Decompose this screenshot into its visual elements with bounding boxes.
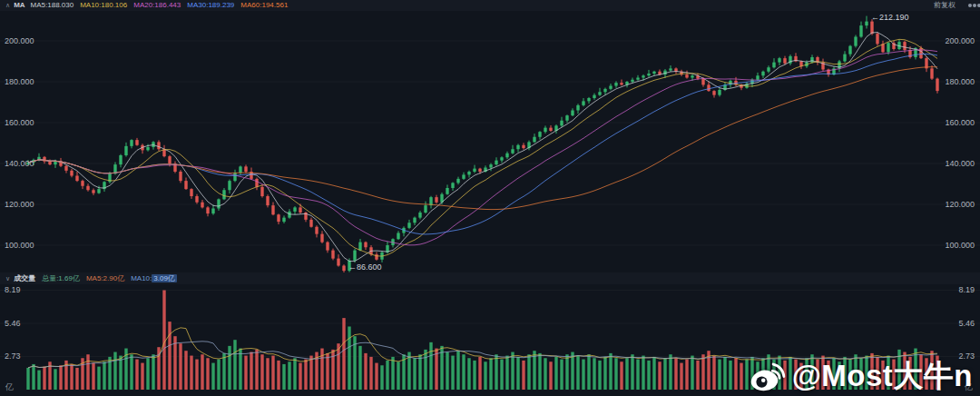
stock-chart-app: ←212.190←86.600 ∧ MA MA5:188.030MA10:180… bbox=[0, 0, 980, 396]
volume-ma10-value: 3.09亿 bbox=[152, 274, 177, 282]
volume-tick-label: 8.19 bbox=[5, 285, 21, 294]
watermark: @Most大牛n bbox=[750, 356, 973, 396]
ma-legend-item: MA10:180.106 bbox=[80, 1, 127, 9]
chart-toolbar: 前复权 bbox=[934, 0, 975, 11]
price-tick-label: 100.000 bbox=[5, 241, 34, 250]
price-tick-label: 160.000 bbox=[945, 118, 975, 127]
ma-indicator-label: MA bbox=[14, 0, 24, 11]
volume-tick-label: 5.46 bbox=[958, 319, 975, 328]
high-annotation: ←212.190 bbox=[871, 13, 909, 22]
collapse-indicator-icon[interactable]: ∧ bbox=[5, 0, 10, 11]
watermark-handle: @Most大牛n bbox=[792, 356, 973, 396]
ma-legend-item: MA20:186.443 bbox=[133, 1, 181, 9]
ma-legend-item: MA5:188.030 bbox=[31, 1, 74, 9]
price-tick-label: 200.000 bbox=[5, 36, 34, 45]
price-tick-label: 180.000 bbox=[945, 77, 975, 86]
price-tick-label: 120.000 bbox=[5, 200, 34, 209]
collapse-volume-icon[interactable]: ∨ bbox=[5, 272, 10, 284]
volume-tick-label: 8.19 bbox=[958, 285, 975, 294]
volume-unit-left: 亿 bbox=[5, 381, 14, 393]
ma-legend: MA5:188.030MA10:180.106MA20:186.443MA30:… bbox=[31, 0, 295, 11]
volume-indicator-label: 成交量 bbox=[14, 272, 35, 284]
price-tick-label: 100.000 bbox=[945, 241, 975, 250]
price-pane-header: ∧ MA MA5:188.030MA10:180.106MA20:186.443… bbox=[0, 0, 980, 11]
volume-total-label: 总量:1.69亿 bbox=[42, 272, 80, 284]
ma-legend-item: MA60:194.561 bbox=[240, 1, 288, 9]
price-tick-label: 140.000 bbox=[5, 159, 34, 168]
price-tick-label: 140.000 bbox=[945, 159, 975, 168]
low-annotation: ←86.600 bbox=[348, 262, 382, 272]
price-tick-label: 160.000 bbox=[5, 118, 34, 127]
volume-ma5-label: MA5:2.90亿 bbox=[86, 272, 124, 284]
volume-pane-header: ∨ 成交量 总量:1.69亿 MA5:2.90亿 MA10:3.09亿 bbox=[0, 272, 980, 284]
ma-legend-item: MA30:189.239 bbox=[187, 1, 234, 9]
price-adjust-dropdown[interactable]: 前复权 bbox=[934, 0, 956, 11]
volume-tick-label: 5.46 bbox=[5, 319, 21, 328]
volume-ma10-label: MA10:3.09亿 bbox=[131, 272, 177, 284]
volume-tick-label: 2.73 bbox=[5, 351, 21, 361]
weibo-icon bbox=[750, 361, 786, 392]
price-tick-label: 180.000 bbox=[5, 77, 34, 86]
candlestick-volume-chart[interactable]: ←212.190←86.600 bbox=[0, 0, 980, 396]
price-tick-label: 120.000 bbox=[945, 200, 975, 209]
price-tick-label: 200.000 bbox=[945, 36, 975, 45]
